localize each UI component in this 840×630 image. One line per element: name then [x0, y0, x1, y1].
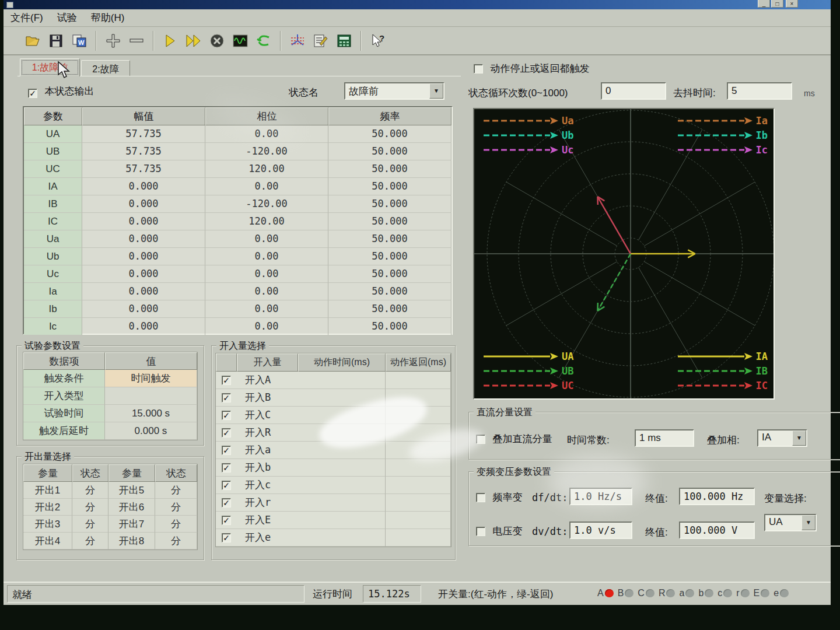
- param-value-cell[interactable]: 120.00: [205, 160, 328, 178]
- action-time-cell[interactable]: [298, 512, 386, 529]
- output-state-cell[interactable]: 分: [155, 533, 197, 550]
- data-value-cell[interactable]: 时间触发: [105, 370, 197, 387]
- action-return-cell[interactable]: [386, 529, 451, 547]
- output-state-cell[interactable]: 分: [72, 482, 108, 499]
- maximize-button[interactable]: □: [771, 0, 783, 8]
- state-output-checkbox[interactable]: ✓: [28, 89, 37, 98]
- param-value-cell[interactable]: 0.00: [205, 230, 328, 248]
- param-value-cell[interactable]: 50.000: [328, 230, 452, 248]
- input-channel-checkbox[interactable]: ✓: [222, 463, 231, 473]
- input-channel-checkbox[interactable]: ✓: [222, 498, 231, 508]
- param-value-cell[interactable]: 0.00: [205, 248, 328, 265]
- param-value-cell[interactable]: 50.000: [328, 195, 452, 213]
- param-value-cell[interactable]: -120.00: [205, 195, 328, 213]
- save-file-icon[interactable]: [44, 30, 68, 52]
- run-test-icon[interactable]: [159, 30, 182, 52]
- param-value-cell[interactable]: 120.00: [205, 213, 328, 230]
- dfdt-input[interactable]: 1.0 Hz/s: [569, 488, 632, 505]
- freq-end-input[interactable]: 100.000 Hz: [679, 488, 755, 505]
- dvdt-input[interactable]: 1.0 v/s: [569, 522, 632, 539]
- stop-test-icon[interactable]: [205, 30, 229, 52]
- action-time-cell[interactable]: [298, 407, 386, 424]
- param-value-cell[interactable]: 50.000: [328, 300, 452, 318]
- param-value-cell[interactable]: 50.000: [328, 318, 452, 335]
- param-value-cell[interactable]: 50.000: [328, 160, 452, 178]
- param-value-cell[interactable]: 50.000: [328, 213, 452, 230]
- param-value-cell[interactable]: 57.735: [82, 143, 205, 160]
- menu-item-2[interactable]: 帮助(H): [84, 10, 132, 26]
- phasor-settings-icon[interactable]: [286, 30, 309, 52]
- close-button[interactable]: ×: [786, 0, 798, 8]
- param-value-cell[interactable]: 0.000: [82, 213, 205, 230]
- output-state-cell[interactable]: 分: [72, 533, 108, 550]
- param-value-cell[interactable]: 0.00: [205, 178, 328, 195]
- volt-end-input[interactable]: 100.000 V: [679, 522, 755, 539]
- state-name-combo[interactable]: 故障前 ▼: [344, 82, 444, 100]
- context-help-icon[interactable]: ?: [366, 30, 390, 52]
- param-value-cell[interactable]: 0.000: [82, 283, 205, 300]
- action-time-cell[interactable]: [298, 477, 386, 494]
- param-value-cell[interactable]: 0.00: [205, 125, 328, 143]
- report-icon[interactable]: [309, 30, 332, 52]
- output-state-cell[interactable]: 分: [72, 499, 108, 516]
- menu-item-0[interactable]: 文件(F): [4, 10, 50, 26]
- action-time-cell[interactable]: [298, 442, 386, 459]
- debounce-input[interactable]: 5: [727, 82, 792, 100]
- output-state-cell[interactable]: 分: [155, 482, 197, 499]
- chevron-down-icon[interactable]: ▼: [429, 83, 443, 99]
- param-value-cell[interactable]: 0.00: [205, 265, 328, 283]
- param-value-cell[interactable]: 0.000: [82, 195, 205, 213]
- param-value-cell[interactable]: 0.00: [205, 283, 328, 300]
- trigger-option-checkbox[interactable]: [474, 64, 483, 74]
- menu-item-1[interactable]: 试验: [50, 10, 84, 26]
- minimize-button[interactable]: _: [758, 0, 770, 8]
- chevron-down-icon[interactable]: ▼: [802, 515, 816, 530]
- param-value-cell[interactable]: 0.00: [205, 318, 328, 335]
- param-value-cell[interactable]: 50.000: [328, 125, 452, 143]
- input-channel-checkbox[interactable]: ✓: [222, 516, 231, 525]
- dc-superpose-checkbox[interactable]: [476, 435, 485, 444]
- action-time-cell[interactable]: [298, 372, 386, 389]
- action-return-cell[interactable]: [386, 372, 451, 389]
- param-value-cell[interactable]: 0.000: [82, 248, 205, 265]
- action-return-cell[interactable]: [386, 477, 451, 494]
- data-value-cell[interactable]: 15.000 s: [105, 405, 197, 422]
- export-word-icon[interactable]: W: [68, 30, 91, 52]
- input-channel-checkbox[interactable]: ✓: [222, 393, 231, 402]
- output-state-cell[interactable]: 分: [155, 516, 197, 533]
- param-value-cell[interactable]: 57.735: [82, 125, 205, 143]
- param-value-cell[interactable]: 0.000: [82, 300, 205, 318]
- add-state-icon[interactable]: [102, 30, 125, 52]
- param-value-cell[interactable]: 0.000: [82, 265, 205, 283]
- open-file-icon[interactable]: [21, 30, 44, 52]
- action-return-cell[interactable]: [386, 512, 451, 529]
- action-time-cell[interactable]: [298, 389, 386, 407]
- waveform-view-icon[interactable]: [229, 30, 252, 52]
- param-value-cell[interactable]: 0.000: [82, 178, 205, 195]
- cycle-count-input[interactable]: 0: [601, 82, 666, 100]
- param-value-cell[interactable]: 0.00: [205, 300, 328, 318]
- data-value-cell[interactable]: [105, 387, 197, 405]
- action-return-cell[interactable]: [386, 424, 451, 442]
- input-channel-checkbox[interactable]: ✓: [222, 428, 231, 438]
- chevron-down-icon[interactable]: ▼: [792, 430, 806, 446]
- var-select-combo[interactable]: UA ▼: [764, 514, 817, 531]
- param-value-cell[interactable]: 0.000: [82, 230, 205, 248]
- param-value-cell[interactable]: 50.000: [328, 283, 452, 300]
- output-state-cell[interactable]: 分: [72, 516, 108, 533]
- input-channel-checkbox[interactable]: ✓: [222, 481, 231, 490]
- param-value-cell[interactable]: -120.00: [205, 143, 328, 160]
- param-value-cell[interactable]: 0.000: [82, 318, 205, 335]
- param-value-cell[interactable]: 50.000: [328, 265, 452, 283]
- param-value-cell[interactable]: 50.000: [328, 178, 452, 195]
- action-return-cell[interactable]: [386, 407, 451, 424]
- action-return-cell[interactable]: [386, 459, 451, 477]
- action-time-cell[interactable]: [298, 494, 386, 512]
- action-time-cell[interactable]: [298, 529, 386, 547]
- input-channel-checkbox[interactable]: ✓: [222, 411, 231, 420]
- volt-change-checkbox[interactable]: [476, 527, 485, 536]
- revert-icon[interactable]: [252, 30, 275, 52]
- calculator-icon[interactable]: [332, 30, 356, 52]
- action-time-cell[interactable]: [298, 459, 386, 477]
- freq-change-checkbox[interactable]: [476, 493, 485, 502]
